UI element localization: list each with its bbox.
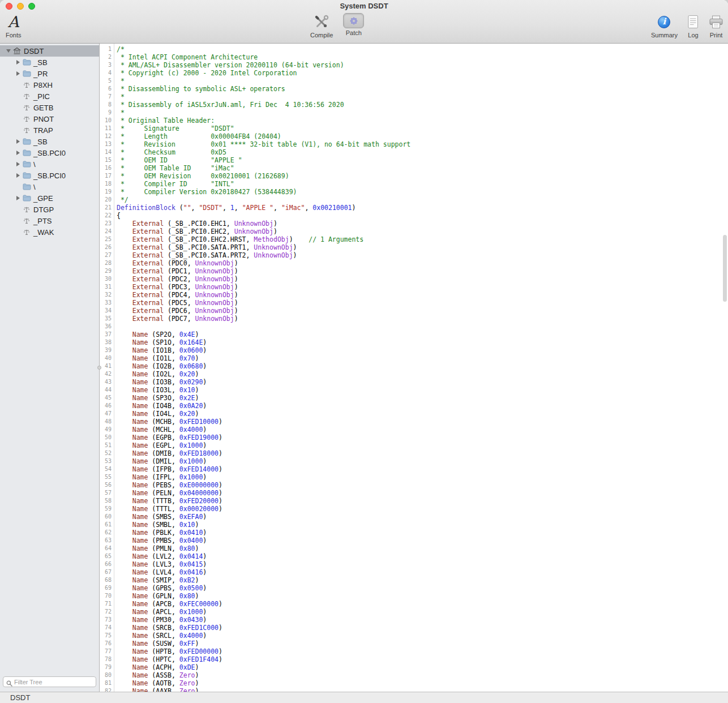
disclosure-spacer (14, 204, 22, 215)
tree-item-pnot[interactable]: PNOT (0, 113, 99, 125)
line-number: 78 (100, 655, 114, 663)
code-area[interactable]: /* * Intel ACPI Component Architecture *… (114, 44, 728, 692)
code-line: * OEM Revision 0x00210001 (2162689) (117, 172, 728, 180)
line-number: 70 (100, 592, 114, 600)
line-number: 46 (100, 402, 114, 410)
disclosure-spacer (14, 113, 22, 125)
tree-item-_sb[interactable]: _SB (0, 136, 99, 147)
tree-item-_wak[interactable]: _WAK (0, 226, 99, 238)
code-line: { (117, 212, 728, 220)
search-icon (6, 679, 12, 689)
tree-item-p8xh[interactable]: P8XH (0, 79, 99, 91)
line-number: 31 (100, 283, 114, 291)
code-line: External (PDC6, UnknownObj) (117, 307, 728, 315)
splitter-handle[interactable] (97, 366, 101, 370)
line-number: 34 (100, 307, 114, 315)
tree-item-_pr[interactable]: _PR (0, 68, 99, 79)
line-number: 76 (100, 640, 114, 648)
titlebar[interactable]: System DSDT (0, 0, 728, 12)
code-line: * Copyright (c) 2000 - 2020 Intel Corpor… (117, 69, 728, 77)
code-line: Name (PMBS, 0x0400) (117, 537, 728, 545)
disclosure-triangle-icon[interactable] (14, 147, 22, 158)
line-number: 80 (100, 671, 114, 679)
line-number: 6 (100, 85, 114, 93)
disclosure-triangle-icon[interactable] (14, 136, 22, 147)
line-number: 15 (100, 156, 114, 164)
line-number: 81 (100, 679, 114, 687)
line-number: 21 (100, 204, 114, 212)
line-number: 59 (100, 505, 114, 513)
tree-item-label: _SB.PCI0 (33, 172, 66, 180)
tree-item-_sb.pci0[interactable]: _SB.PCI0 (0, 170, 99, 181)
compile-label: Compile (310, 32, 333, 38)
tree-item-getb[interactable]: GETB (0, 102, 99, 113)
tree-item-label: _PIC (33, 92, 50, 101)
tree-item-_pts[interactable]: _PTS (0, 215, 99, 226)
line-number: 54 (100, 465, 114, 473)
tree-item-_sb[interactable]: _SB (0, 57, 99, 68)
tree-item-trap[interactable]: TRAP (0, 125, 99, 136)
code-line: * OEM Table ID "iMac" (117, 164, 728, 172)
line-number: 18 (100, 180, 114, 188)
line-number-gutter: 1234567891011121314151617181920212223242… (100, 44, 114, 692)
code-line: Name (SUSW, 0xFF) (117, 640, 728, 648)
patch-button[interactable]: Patch (343, 13, 364, 36)
summary-button[interactable]: Summary (651, 13, 678, 38)
code-line: Name (SMBS, 0xEFA0) (117, 513, 728, 521)
disclosure-triangle-icon[interactable] (14, 57, 22, 68)
folder-icon (22, 161, 32, 168)
code-line: * Disassembly of iASL5xrJuN.aml, Fri Dec… (117, 101, 728, 109)
line-number: 53 (100, 457, 114, 465)
code-line: Name (TTTB, 0xFED20000) (117, 497, 728, 505)
log-button[interactable]: Log (688, 13, 699, 38)
print-button[interactable]: Print (709, 13, 723, 38)
tree-item-dtgp[interactable]: DTGP (0, 204, 99, 215)
disclosure-triangle-icon[interactable] (14, 192, 22, 204)
folder-icon (22, 195, 32, 202)
line-number: 52 (100, 449, 114, 457)
tree-item-_pic[interactable]: _PIC (0, 91, 99, 102)
code-line: External (PDC0, UnknownObj) (117, 259, 728, 267)
disclosure-triangle-icon[interactable] (14, 158, 22, 170)
tree-item-label: \ (33, 183, 36, 191)
line-number: 35 (100, 315, 114, 323)
line-number: 56 (100, 481, 114, 489)
line-number: 50 (100, 434, 114, 441)
compile-button[interactable]: Compile (310, 13, 333, 38)
code-line: * Original Table Header: (117, 117, 728, 125)
tree-item-_sb.pci0[interactable]: _SB.PCI0 (0, 147, 99, 158)
line-number: 74 (100, 624, 114, 632)
line-number: 43 (100, 378, 114, 386)
tree-item-_gpe[interactable]: _GPE (0, 192, 99, 204)
tree-item-root[interactable]: \ (0, 181, 99, 192)
line-number: 23 (100, 220, 114, 228)
code-line: Name (MCHL, 0x4000) (117, 426, 728, 434)
tree-item-root[interactable]: \ (0, 158, 99, 170)
line-number: 71 (100, 600, 114, 608)
code-editor: 1234567891011121314151617181920212223242… (100, 44, 728, 692)
disclosure-triangle-icon[interactable] (5, 45, 12, 57)
disclosure-triangle-icon[interactable] (14, 170, 22, 181)
folder-icon (22, 70, 32, 77)
tree-item-label: _PTS (33, 217, 52, 225)
code-line: Name (LVL3, 0x0415) (117, 560, 728, 568)
code-line: Name (APCL, 0x1000) (117, 608, 728, 616)
code-line: Name (SP2O, 0x4E) (117, 331, 728, 338)
line-number: 1 (100, 45, 114, 53)
tree-item-label: P8XH (33, 81, 53, 89)
editor-scrollbar[interactable] (723, 235, 727, 302)
code-line: External (_SB_.PCI0.SATA.PRT2, UnknownOb… (117, 251, 728, 259)
code-line: Name (IO2L, 0x20) (117, 370, 728, 378)
code-line: Name (IO4L, 0x20) (117, 410, 728, 418)
filter-field-container (0, 674, 99, 692)
code-line: DefinitionBlock ("", "DSDT", 1, "APPLE "… (117, 204, 728, 212)
fonts-button[interactable]: Fonts (6, 13, 22, 38)
line-number: 20 (100, 196, 114, 204)
code-line: External (PDC3, UnknownObj) (117, 283, 728, 291)
filter-tree-input[interactable] (3, 676, 96, 687)
code-line: Name (AOTB, Zero) (117, 679, 728, 687)
line-number: 40 (100, 354, 114, 362)
tree-item-label: TRAP (33, 126, 53, 135)
tree-item-dsdt[interactable]: DSDT (0, 45, 99, 57)
disclosure-triangle-icon[interactable] (14, 68, 22, 79)
